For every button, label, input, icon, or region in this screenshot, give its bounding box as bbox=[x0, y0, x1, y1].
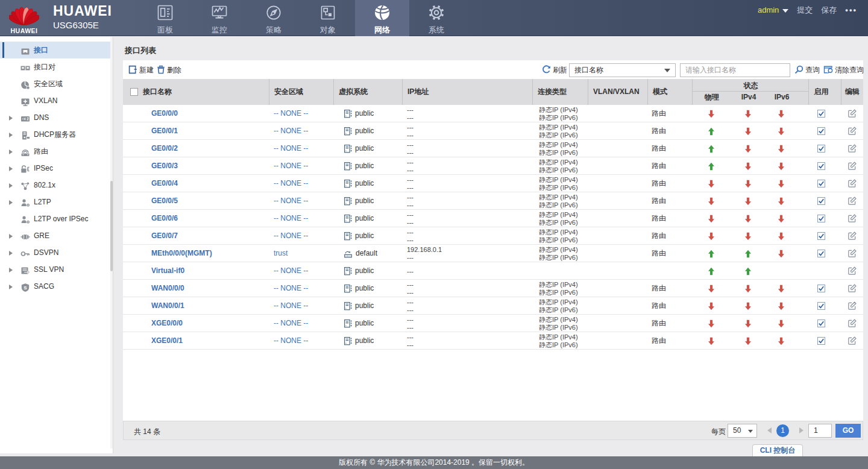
svg-text:S: S bbox=[24, 285, 27, 291]
